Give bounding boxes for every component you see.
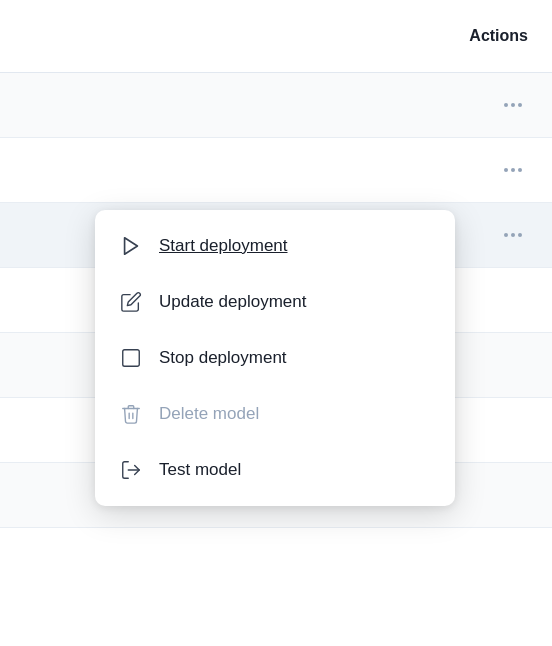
dot: [504, 233, 508, 237]
menu-item-update-deployment[interactable]: Update deployment: [95, 274, 455, 330]
start-deployment-label: Start deployment: [159, 236, 288, 256]
dot: [518, 168, 522, 172]
menu-item-delete-model[interactable]: Delete model: [95, 386, 455, 442]
table-row: [0, 73, 552, 138]
dot: [518, 233, 522, 237]
stop-icon: [119, 346, 143, 370]
stop-deployment-label: Stop deployment: [159, 348, 287, 368]
actions-dropdown-menu: Start deployment Update deployment Stop …: [95, 210, 455, 506]
dot: [511, 168, 515, 172]
trash-icon: [119, 402, 143, 426]
export-icon: [119, 458, 143, 482]
row-actions-button-active[interactable]: [498, 227, 528, 243]
dot: [511, 103, 515, 107]
edit-icon: [119, 290, 143, 314]
update-deployment-label: Update deployment: [159, 292, 306, 312]
dot: [504, 168, 508, 172]
page-container: Actions: [0, 0, 552, 646]
dot: [504, 103, 508, 107]
play-icon: [119, 234, 143, 258]
test-model-label: Test model: [159, 460, 241, 480]
dot: [511, 233, 515, 237]
actions-column-header: Actions: [469, 27, 528, 45]
delete-model-label: Delete model: [159, 404, 259, 424]
svg-marker-0: [125, 238, 138, 255]
table-row: [0, 138, 552, 203]
menu-item-start-deployment[interactable]: Start deployment: [95, 218, 455, 274]
dot: [518, 103, 522, 107]
row-actions-button[interactable]: [498, 162, 528, 178]
table-header: Actions: [0, 0, 552, 73]
row-actions-button[interactable]: [498, 97, 528, 113]
svg-rect-1: [123, 350, 140, 367]
menu-item-test-model[interactable]: Test model: [95, 442, 455, 498]
menu-item-stop-deployment[interactable]: Stop deployment: [95, 330, 455, 386]
